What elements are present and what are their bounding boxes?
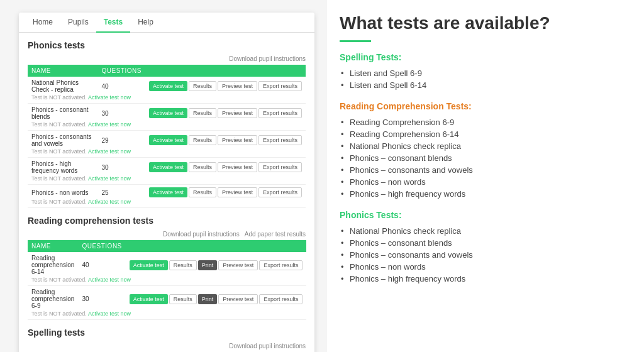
btn-preview-test[interactable]: Preview test [218, 162, 257, 172]
table-sub-row: Test is NOT activated. Activate test now [28, 277, 306, 286]
test-status: Test is NOT activated. Activate test now [28, 94, 306, 104]
phonics-col-actions [145, 65, 306, 77]
btn-print[interactable]: Print [198, 294, 218, 304]
list-item: Listen and Spell 6-9 [340, 67, 625, 79]
btn-preview-test[interactable]: Preview test [218, 135, 257, 145]
phonics-heading: Phonics Tests: [340, 210, 625, 220]
btn-results[interactable]: Results [169, 294, 197, 304]
btn-export-results[interactable]: Export results [258, 81, 302, 91]
btn-print[interactable]: Print [198, 260, 218, 270]
nav-tests[interactable]: Tests [96, 13, 130, 33]
list-item: National Phonics check replica [340, 140, 625, 152]
test-questions: 40 [78, 252, 125, 277]
spelling-download-link[interactable]: Download pupil instructions [28, 343, 306, 349]
test-actions: Activate testResultsPreview testExport r… [145, 104, 306, 122]
table-sub-row: Test is NOT activated. Activate test now [28, 121, 306, 131]
reading-list: Reading Comprehension 6-9Reading Compreh… [340, 116, 625, 200]
test-name: Phonics - high frequency words [28, 158, 97, 176]
left-panel: Home Pupils Tests Help Phonics tests Dow… [0, 0, 327, 352]
activate-link[interactable]: Activate test now [88, 121, 131, 128]
btn-export-results[interactable]: Export results [258, 187, 302, 197]
reading-action-links: Download pupil instructions Add paper te… [28, 231, 306, 238]
btn-results[interactable]: Results [189, 81, 216, 91]
btn-activate-test[interactable]: Activate test [149, 187, 187, 197]
reading-download-link[interactable]: Download pupil instructions [163, 231, 240, 238]
list-item: Listen and Spell 6-14 [340, 79, 625, 91]
activate-link[interactable]: Activate test now [88, 175, 131, 182]
btn-preview-test[interactable]: Preview test [218, 294, 258, 304]
reading-add-link[interactable]: Add paper test results [245, 231, 306, 238]
test-actions: Activate testResultsPreview testExport r… [145, 131, 306, 149]
nav-bar: Home Pupils Tests Help [19, 13, 314, 33]
btn-preview-test[interactable]: Preview test [218, 187, 257, 197]
test-name: Phonics - consonants and vowels [28, 131, 97, 149]
btn-activate-test[interactable]: Activate test [130, 294, 168, 304]
phonics-table: NAME QUESTIONS National Phonics Check - … [28, 65, 306, 208]
btn-results[interactable]: Results [189, 108, 216, 118]
spelling-section-title: Spelling tests [28, 327, 306, 338]
nav-home[interactable]: Home [25, 13, 60, 33]
btn-export-results[interactable]: Export results [258, 162, 302, 172]
activate-link[interactable]: Activate test now [88, 311, 131, 317]
table-sub-row: Test is NOT activated. Activate test now [28, 311, 306, 320]
test-name: Phonics - non words [28, 185, 97, 199]
test-actions: Activate testResultsPrintPreview testExp… [126, 286, 307, 311]
btn-results[interactable]: Results [189, 135, 216, 145]
list-item: Phonics – non words [340, 176, 625, 188]
btn-activate-test[interactable]: Activate test [149, 162, 187, 172]
activate-link[interactable]: Activate test now [88, 199, 131, 205]
btn-results[interactable]: Results [189, 187, 216, 197]
test-actions: Activate testResultsPrintPreview testExp… [126, 252, 307, 277]
activate-link[interactable]: Activate test now [88, 148, 131, 155]
test-name: National Phonics Check - replica [28, 77, 97, 94]
phonics-col-questions: QUESTIONS [97, 65, 145, 77]
reading-section-title: Reading comprehension tests [28, 216, 306, 226]
spelling-list: Listen and Spell 6-9Listen and Spell 6-1… [340, 67, 625, 91]
btn-export-results[interactable]: Export results [259, 260, 303, 270]
table-row: Reading comprehension 6-14 40 Activate t… [28, 252, 306, 277]
btn-export-results[interactable]: Export results [259, 294, 303, 304]
test-name: Reading comprehension 6-9 [28, 286, 78, 311]
test-questions: 30 [78, 286, 125, 311]
reading-table: NAME QUESTIONS Reading comprehension 6-1… [28, 240, 306, 320]
btn-results[interactable]: Results [169, 260, 197, 270]
spelling-heading: Spelling Tests: [340, 52, 625, 62]
content-area: Phonics tests Download pupil instruction… [19, 33, 314, 352]
btn-activate-test[interactable]: Activate test [149, 135, 187, 145]
reading-col-questions: QUESTIONS [78, 240, 125, 252]
btn-results[interactable]: Results [189, 162, 216, 172]
btn-preview-test[interactable]: Preview test [218, 108, 257, 118]
table-row: Phonics - consonant blends 30 Activate t… [28, 104, 306, 122]
table-row: Phonics - consonants and vowels 29 Activ… [28, 131, 306, 149]
btn-preview-test[interactable]: Preview test [218, 81, 257, 91]
btn-export-results[interactable]: Export results [258, 135, 302, 145]
list-item: Phonics – consonants and vowels [340, 249, 625, 261]
test-status: Test is NOT activated. Activate test now [28, 199, 306, 208]
list-item: Phonics – high frequency words [340, 273, 625, 285]
btn-preview-test[interactable]: Preview test [218, 260, 258, 270]
btn-activate-test[interactable]: Activate test [130, 260, 168, 270]
list-item: Phonics – consonant blends [340, 152, 625, 164]
table-row: National Phonics Check - replica 40 Acti… [28, 77, 306, 94]
activate-link[interactable]: Activate test now [88, 94, 131, 101]
table-sub-row: Test is NOT activated. Activate test now [28, 175, 306, 185]
reading-col-actions [126, 240, 307, 252]
phonics-download-link[interactable]: Download pupil instructions [28, 55, 306, 62]
list-item: Reading Comprehension 6-9 [340, 116, 625, 128]
phonics-col-name: NAME [28, 65, 97, 77]
test-name: Reading comprehension 6-14 [28, 252, 78, 277]
list-item: Reading Comprehension 6-14 [340, 128, 625, 140]
nav-help[interactable]: Help [130, 13, 161, 33]
test-status: Test is NOT activated. Activate test now [28, 277, 306, 286]
activate-link[interactable]: Activate test now [88, 277, 131, 283]
right-panel: What tests are available? Spelling Tests… [327, 0, 644, 352]
test-status: Test is NOT activated. Activate test now [28, 175, 306, 185]
btn-activate-test[interactable]: Activate test [149, 108, 187, 118]
main-title: What tests are available? [340, 13, 625, 34]
btn-export-results[interactable]: Export results [258, 108, 302, 118]
nav-pupils[interactable]: Pupils [60, 13, 96, 33]
list-item: Phonics – consonants and vowels [340, 164, 625, 176]
table-row: Reading comprehension 6-9 30 Activate te… [28, 286, 306, 311]
green-divider [340, 40, 371, 42]
btn-activate-test[interactable]: Activate test [149, 81, 187, 91]
